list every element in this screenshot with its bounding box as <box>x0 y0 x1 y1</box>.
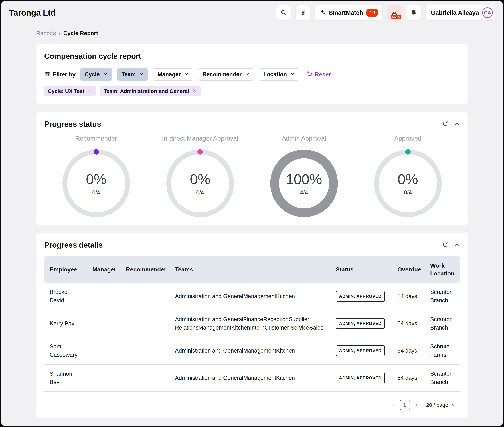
chip-label: Cycle: UX Test <box>48 88 85 94</box>
cell-teams: Administration and GeneralManagementKitc… <box>170 287 330 305</box>
filter-team-label: Team <box>122 71 136 78</box>
cell-work-location: Schrute Farms <box>425 338 460 364</box>
avatar: GA <box>482 8 493 18</box>
chevron-left-icon[interactable] <box>391 402 396 408</box>
cell-teams: Administration and GeneralManagementKitc… <box>170 369 330 387</box>
search-icon <box>280 9 287 16</box>
column-header-recommender: Recommender <box>121 260 170 278</box>
cell-manager <box>87 319 121 328</box>
bell-icon <box>410 9 417 16</box>
progress-status-title: Progress status <box>44 120 101 129</box>
donut-chart-row: Recommender 0% 0/4 In-direct Manager App… <box>44 135 460 217</box>
cell-manager <box>87 291 121 301</box>
search-button[interactable] <box>276 5 291 20</box>
close-icon[interactable] <box>87 88 92 94</box>
filter-icon <box>44 71 50 78</box>
cell-overdue: 54 days <box>392 342 425 360</box>
filter-row: Filter by Cycle Team Manager Recommender <box>44 68 460 81</box>
cell-overdue: 54 days <box>392 315 425 333</box>
breadcrumb-reports[interactable]: Reports <box>36 30 56 37</box>
filter-location-dropdown[interactable]: Location <box>259 68 300 81</box>
pagination: 1 20 / page <box>44 400 460 410</box>
filter-manager-label: Manager <box>157 71 180 78</box>
reset-label: Reset <box>315 71 331 78</box>
reset-filters-button[interactable]: Reset <box>307 71 331 78</box>
filter-cycle-dropdown[interactable]: Cycle <box>80 68 112 81</box>
page-number-button[interactable]: 1 <box>400 400 410 410</box>
cell-recommender <box>121 373 170 383</box>
donut-label: Approved <box>394 135 422 142</box>
close-icon[interactable] <box>192 88 197 94</box>
breadcrumb-current: Cycle Report <box>63 30 98 37</box>
filter-recommender-label: Recommender <box>202 71 241 78</box>
filter-team-dropdown[interactable]: Team <box>117 68 148 81</box>
refresh-icon[interactable] <box>442 121 448 128</box>
chevron-down-icon <box>245 71 249 78</box>
table-row: Brooke David Administration and GeneralM… <box>44 283 460 310</box>
status-badge: ADMIN, APPROVED <box>336 345 385 356</box>
filters-card: Compensation cycle report Filter by Cycl… <box>36 44 468 104</box>
table-header-row: Employee Manager Recommender Teams Statu… <box>44 256 460 283</box>
app-page: Taronga Ltd SmartMatch 10 <box>1 1 503 426</box>
progress-status-card: Progress status Recommender 0% 0/4 In-d <box>36 112 468 225</box>
topbar-actions: SmartMatch 10 BETA Gabriella Alicaya GA <box>276 5 496 20</box>
filter-manager-dropdown[interactable]: Manager <box>153 68 193 81</box>
donut-fraction: 4/4 <box>300 189 308 196</box>
cell-employee: Shannon Bay <box>44 365 87 391</box>
cell-status: ADMIN, APPROVED <box>330 341 392 361</box>
cell-teams: Administration and GeneralFinanceRecepti… <box>170 310 330 337</box>
donut-label: In-direct Manager Approval <box>162 135 238 142</box>
progress-details-title: Progress details <box>44 241 103 249</box>
donut-ring: 0% 0/4 <box>62 150 130 217</box>
progress-details-header: Progress details <box>44 241 460 249</box>
chevron-up-icon[interactable] <box>454 242 460 249</box>
donut-percent: 100% <box>286 171 322 188</box>
topbar: Taronga Ltd SmartMatch 10 <box>1 1 503 23</box>
cell-overdue: 54 days <box>392 287 425 305</box>
breadcrumb: Reports / Cycle Report <box>36 30 468 37</box>
reset-icon <box>307 71 313 78</box>
notifications-button[interactable] <box>406 5 421 20</box>
column-header-manager: Manager <box>87 260 121 278</box>
table-row: Sam Cassowary Administration and General… <box>44 337 460 365</box>
chevron-up-icon[interactable] <box>454 121 460 128</box>
column-header-work-location: Work Location <box>425 257 460 282</box>
status-badge: ADMIN, APPROVED <box>336 318 385 329</box>
chevron-right-icon[interactable] <box>414 402 419 408</box>
refresh-icon[interactable] <box>442 242 448 249</box>
page-size-value: 20 / page <box>426 402 448 408</box>
filter-chip-cycle: Cycle: UX Test <box>44 86 96 96</box>
progress-details-card: Progress details Employee Manager Recomm… <box>36 233 468 418</box>
donut-ring: 100% 4/4 <box>270 150 338 217</box>
donut-indirect-manager-approval: In-direct Manager Approval 0% 0/4 <box>148 135 252 217</box>
column-header-teams: Teams <box>170 260 330 278</box>
progress-dot <box>405 149 411 155</box>
donut-ring: 0% 0/4 <box>374 150 442 217</box>
sparkle-icon <box>319 9 326 17</box>
smartmatch-button[interactable]: SmartMatch 10 <box>315 5 382 20</box>
donut-fraction: 0/4 <box>92 189 100 196</box>
status-badge: ADMIN, APPROVED <box>336 291 385 302</box>
cell-work-location: Scranton Branch <box>425 283 460 310</box>
page-size-select[interactable]: 20 / page <box>423 400 459 410</box>
donut-fraction: 0/4 <box>404 189 412 196</box>
filter-recommender-dropdown[interactable]: Recommender <box>198 68 254 81</box>
progress-status-header: Progress status <box>44 120 460 129</box>
smartmatch-badge: 10 <box>366 8 379 17</box>
filter-location-label: Location <box>263 71 287 78</box>
labs-button[interactable]: BETA <box>387 5 402 20</box>
donut-fraction: 0/4 <box>196 189 204 196</box>
cell-employee: Sam Cassowary <box>44 338 87 364</box>
cell-recommender <box>121 291 170 301</box>
filter-by-label: Filter by <box>53 71 76 78</box>
donut-percent: 0% <box>86 171 106 188</box>
chevron-down-icon <box>139 71 144 78</box>
page-title: Compensation cycle report <box>44 52 460 61</box>
cell-teams: Administration and GeneralManagementKitc… <box>170 342 330 360</box>
column-header-status: Status <box>330 260 392 278</box>
donut-approved: Approved 0% 0/4 <box>356 135 460 217</box>
user-menu-button[interactable]: Gabriella Alicaya GA <box>426 5 496 20</box>
company-directory-button[interactable] <box>296 5 310 20</box>
donut-ring: 0% 0/4 <box>166 150 234 217</box>
donut-label: Admin Approval <box>282 135 326 142</box>
